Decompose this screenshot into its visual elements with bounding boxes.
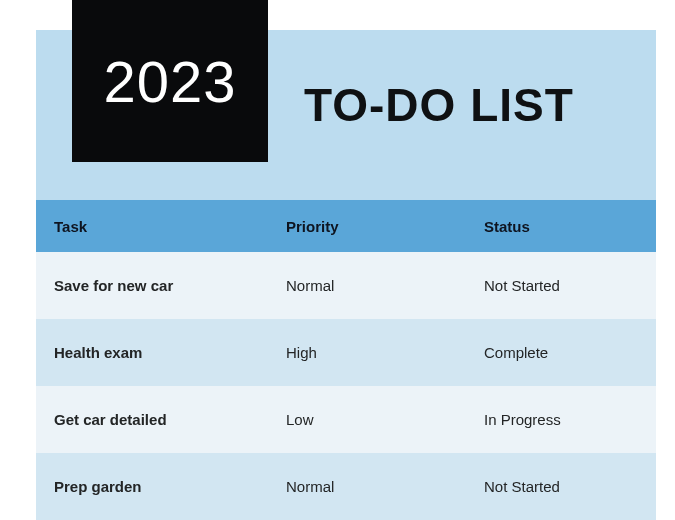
todo-table: Task Priority Status Save for new car No…: [36, 200, 656, 520]
table-row: Get car detailed Low In Progress: [36, 386, 656, 453]
col-header-priority: Priority: [268, 200, 466, 252]
col-header-status: Status: [466, 200, 656, 252]
cell-status: In Progress: [466, 386, 656, 453]
table-row: Health exam High Complete: [36, 319, 656, 386]
cell-status: Complete: [466, 319, 656, 386]
cell-task: Prep garden: [36, 453, 268, 520]
table-row: Prep garden Normal Not Started: [36, 453, 656, 520]
table-body: Save for new car Normal Not Started Heal…: [36, 252, 656, 520]
cell-priority: Normal: [268, 252, 466, 319]
table-header-row: Task Priority Status: [36, 200, 656, 252]
cell-task: Save for new car: [36, 252, 268, 319]
year-text: 2023: [103, 48, 236, 115]
table-row: Save for new car Normal Not Started: [36, 252, 656, 319]
header-banner: 2023 TO-DO LIST: [36, 30, 656, 200]
cell-priority: High: [268, 319, 466, 386]
cell-status: Not Started: [466, 252, 656, 319]
col-header-task: Task: [36, 200, 268, 252]
year-block: 2023: [72, 0, 268, 162]
cell-priority: Normal: [268, 453, 466, 520]
cell-task: Get car detailed: [36, 386, 268, 453]
page-title: TO-DO LIST: [304, 30, 574, 180]
cell-task: Health exam: [36, 319, 268, 386]
cell-priority: Low: [268, 386, 466, 453]
cell-status: Not Started: [466, 453, 656, 520]
